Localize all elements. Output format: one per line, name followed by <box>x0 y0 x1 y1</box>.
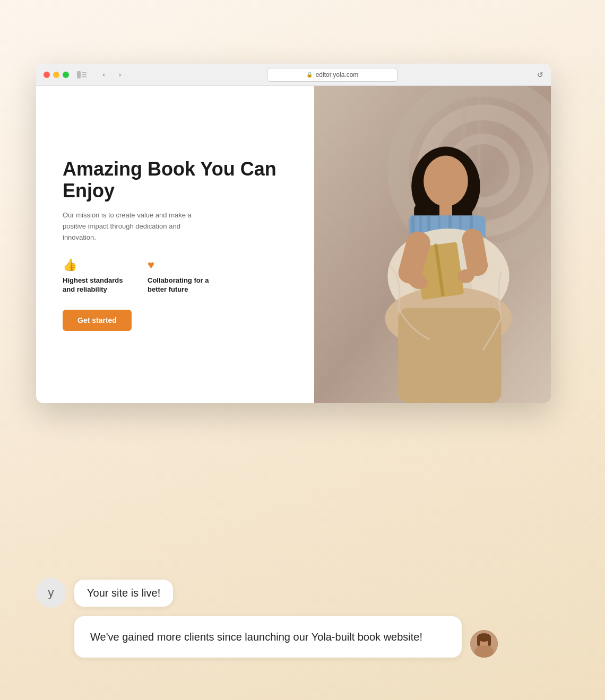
get-started-button[interactable]: Get started <box>63 310 132 331</box>
minimize-button[interactable] <box>53 72 59 78</box>
close-button[interactable] <box>44 72 50 78</box>
svg-rect-25 <box>398 308 501 403</box>
fullscreen-button[interactable] <box>63 72 69 78</box>
svg-rect-38 <box>488 637 491 646</box>
feature1-title: Highest standards and reliability <box>63 276 132 294</box>
svg-rect-1 <box>82 72 87 73</box>
hero-image-panel <box>314 86 551 403</box>
chat-bubble-2: We've gained more clients since launchin… <box>74 616 462 658</box>
yola-avatar: y <box>36 578 66 608</box>
hero-heading: Amazing Book You Can Enjoy <box>63 158 288 202</box>
feature-1: 👍 Highest standards and reliability <box>63 258 132 294</box>
nav-buttons: ‹ › <box>97 69 127 80</box>
chat-row-2: We've gained more clients since launchin… <box>74 616 498 658</box>
feature-2: ♥ Collaborating for a better future <box>148 258 217 294</box>
bubble1-text: Your site is live! <box>87 587 160 599</box>
svg-rect-3 <box>82 76 87 77</box>
address-bar[interactable]: 🔒 editor.yola.com <box>267 68 397 82</box>
left-panel: Amazing Book You Can Enjoy Our mission i… <box>36 86 314 403</box>
browser-content: Amazing Book You Can Enjoy Our mission i… <box>36 86 551 403</box>
feature2-title: Collaborating for a better future <box>148 276 217 294</box>
browser-chrome: ‹ › 🔒 editor.yola.com ↺ <box>36 64 551 86</box>
lock-icon: 🔒 <box>306 72 313 77</box>
svg-rect-2 <box>82 74 87 75</box>
user-avatar-image <box>470 630 498 658</box>
hero-subtext: Our mission is to create value and make … <box>63 210 211 243</box>
sidebar-icon[interactable] <box>74 69 89 80</box>
svg-point-13 <box>424 156 468 207</box>
hero-image <box>314 86 551 403</box>
chat-bubble-1: Your site is live! <box>74 580 173 607</box>
forward-button[interactable]: › <box>113 69 127 80</box>
reload-button[interactable]: ↺ <box>537 71 543 79</box>
chat-section: y Your site is live! We've gained more c… <box>36 578 498 658</box>
traffic-lights <box>44 72 69 78</box>
back-button[interactable]: ‹ <box>97 69 111 80</box>
hero-background-svg <box>314 86 551 403</box>
features-row: 👍 Highest standards and reliability ♥ Co… <box>63 258 288 294</box>
avatar-label: y <box>48 586 54 600</box>
thumbsup-icon: 👍 <box>63 258 132 272</box>
svg-rect-37 <box>477 637 480 646</box>
bubble2-text: We've gained more clients since launchin… <box>90 631 422 643</box>
url-text: editor.yola.com <box>316 71 359 78</box>
user-avatar <box>470 630 498 658</box>
svg-rect-9 <box>478 86 481 234</box>
svg-rect-0 <box>77 71 81 78</box>
chat-row-1: y Your site is live! <box>36 578 498 608</box>
browser-window: ‹ › 🔒 editor.yola.com ↺ Amazing Book You… <box>36 64 551 403</box>
heart-icon: ♥ <box>148 258 217 272</box>
